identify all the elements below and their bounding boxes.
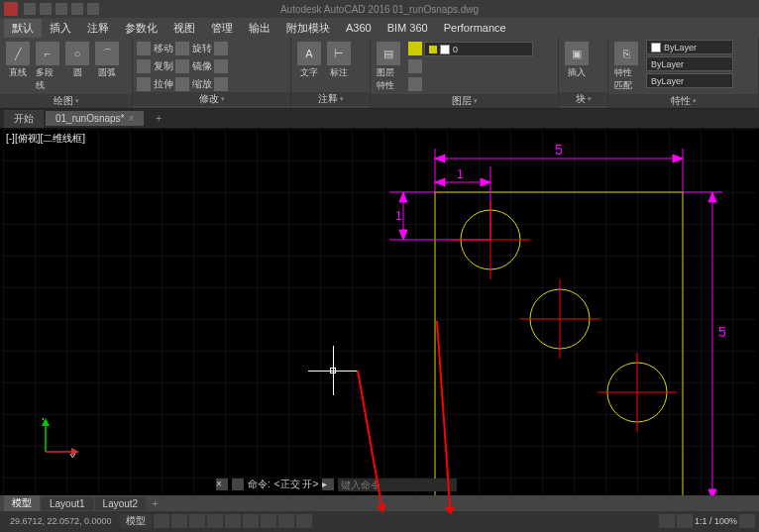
panel-label-annotate[interactable]: 注释 — [291, 92, 370, 106]
tool-dimension[interactable]: ⊢标注 — [325, 40, 353, 81]
status-dyninput-icon[interactable] — [261, 514, 276, 528]
polyline-icon: ⌐ — [36, 42, 59, 65]
tool-stretch[interactable]: 拉伸 — [137, 75, 173, 92]
qat-undo-icon[interactable] — [71, 3, 83, 15]
status-transparency-icon[interactable] — [296, 514, 312, 528]
panel-modify: 移动 复制 拉伸 旋转 镜像 缩放 修改 — [133, 38, 291, 108]
rotate-icon — [175, 42, 189, 55]
status-annoscale-icon[interactable] — [659, 514, 675, 528]
status-osnap-icon[interactable] — [225, 514, 241, 528]
command-line[interactable]: × 命令: <正交 开> ▸ — [216, 477, 457, 492]
qat-new-icon[interactable] — [24, 3, 36, 15]
tool-layer-properties[interactable]: ▤图层特性 — [375, 40, 402, 94]
tool-mirror[interactable]: 镜像 — [175, 57, 212, 74]
trim-icon — [214, 42, 228, 55]
array-icon — [214, 77, 228, 91]
tool-polyline[interactable]: ⌐多段线 — [34, 40, 61, 94]
panel-label-properties[interactable]: 特性 — [608, 94, 758, 108]
panel-label-block[interactable]: 块 — [559, 92, 607, 106]
status-lineweight-icon[interactable] — [278, 514, 294, 528]
line-icon: ╱ — [6, 42, 30, 65]
layer-bulb-icon — [429, 46, 437, 53]
tab-performance[interactable]: Performance — [436, 20, 514, 36]
qat-redo-icon[interactable] — [87, 3, 99, 15]
match-props-icon: ⎘ — [614, 42, 638, 65]
lineweight-dropdown[interactable]: ByLayer — [646, 56, 733, 71]
status-space[interactable]: 模型 — [120, 514, 152, 528]
tab-bim360[interactable]: BIM 360 — [380, 20, 436, 36]
tab-manage[interactable]: 管理 — [203, 19, 241, 38]
status-grid-icon[interactable] — [154, 514, 169, 528]
svg-rect-0 — [3, 129, 756, 495]
panel-label-modify[interactable]: 修改 — [133, 92, 290, 106]
doc-tab-current[interactable]: 01_runOsnaps*× — [46, 111, 144, 126]
tab-a360[interactable]: A360 — [338, 20, 380, 36]
status-workspace-icon[interactable] — [677, 514, 693, 528]
status-polar-icon[interactable] — [207, 514, 223, 528]
tool-move[interactable]: 移动 — [137, 40, 173, 56]
coordinates-readout[interactable]: 29.6712, 22.0572, 0.0000 — [4, 516, 118, 526]
status-customize-icon[interactable] — [739, 514, 755, 528]
cmd-wrench-icon[interactable] — [232, 479, 244, 490]
dim-height: 5 — [718, 324, 726, 340]
layer-toggle-2[interactable] — [408, 57, 422, 74]
drawing-viewport[interactable]: [-][俯视][二维线框] 5 1 — [0, 129, 759, 495]
tool-array[interactable] — [214, 75, 228, 92]
close-tab-icon[interactable]: × — [129, 113, 135, 124]
status-otrack-icon[interactable] — [243, 514, 259, 528]
arc-icon: ⌒ — [95, 42, 119, 65]
tab-view[interactable]: 视图 — [165, 19, 203, 38]
tab-addins[interactable]: 附加模块 — [278, 19, 338, 38]
app-logo-icon[interactable] — [4, 2, 18, 16]
tool-copy[interactable]: 复制 — [137, 57, 173, 74]
tab-output[interactable]: 输出 — [241, 19, 278, 38]
freeze-icon — [408, 59, 422, 73]
layer-dropdown[interactable]: 0 — [424, 42, 533, 56]
drawing-canvas: 5 1 1 5 — [0, 129, 759, 495]
tool-match-properties[interactable]: ⎘特性匹配 — [612, 40, 640, 94]
tool-fillet[interactable] — [214, 57, 228, 74]
panel-label-draw[interactable]: 绘图 — [0, 94, 132, 108]
cmd-status: <正交 开> — [274, 478, 318, 491]
doc-tab-start[interactable]: 开始 — [4, 110, 44, 128]
mirror-icon — [175, 59, 189, 73]
qat-save-icon[interactable] — [55, 3, 67, 15]
color-dropdown[interactable]: ByLayer — [646, 40, 733, 54]
ucs-icon[interactable]: Y X — [40, 418, 79, 460]
linetype-dropdown[interactable]: ByLayer — [646, 73, 733, 88]
tab-parametric[interactable]: 参数化 — [117, 19, 165, 38]
cmd-close-icon[interactable]: × — [216, 479, 228, 490]
command-input[interactable] — [338, 479, 457, 491]
dim-width: 5 — [555, 142, 563, 158]
layer-toggle-3[interactable] — [408, 75, 422, 92]
tool-rotate[interactable]: 旋转 — [175, 40, 212, 56]
layout-tab-add[interactable]: + — [148, 497, 162, 509]
tab-insert[interactable]: 插入 — [42, 19, 79, 38]
tab-annotate[interactable]: 注释 — [79, 19, 117, 38]
tool-trim[interactable] — [214, 40, 228, 56]
doc-tab-add[interactable]: + — [146, 111, 171, 126]
layout-tab-1[interactable]: Layout1 — [42, 497, 93, 510]
tool-insert-block[interactable]: ▣插入 — [563, 40, 591, 81]
tool-line[interactable]: ╱直线 — [4, 40, 32, 81]
tool-scale[interactable]: 缩放 — [175, 75, 212, 92]
ribbon-tab-bar: 默认 插入 注释 参数化 视图 管理 输出 附加模块 A360 BIM 360 … — [0, 18, 759, 38]
layout-tab-model[interactable]: 模型 — [4, 495, 40, 511]
tool-text[interactable]: A文字 — [295, 40, 323, 81]
layer-toggle-1[interactable] — [408, 40, 422, 56]
status-ortho-icon[interactable] — [189, 514, 205, 528]
status-snap-icon[interactable] — [171, 514, 187, 528]
layout-tab-2[interactable]: Layout2 — [95, 497, 147, 510]
panel-draw: ╱直线 ⌐多段线 ○圆 ⌒圆弧 绘图 — [0, 38, 133, 108]
tool-circle[interactable]: ○圆 — [63, 40, 91, 81]
stretch-icon — [137, 77, 151, 91]
qat-open-icon[interactable] — [40, 3, 52, 15]
cmd-prefix: 命令: — [248, 478, 271, 491]
layer-name: 0 — [453, 45, 458, 54]
panel-label-layers[interactable]: 图层 — [371, 94, 558, 108]
panel-layers: ▤图层特性 0 图层 — [371, 38, 559, 108]
tool-arc[interactable]: ⌒圆弧 — [93, 40, 121, 81]
status-zoom[interactable]: 1:1 / 100% — [695, 516, 737, 526]
document-tab-bar: 开始 01_runOsnaps*× + — [0, 109, 759, 129]
tab-default[interactable]: 默认 — [4, 19, 42, 38]
